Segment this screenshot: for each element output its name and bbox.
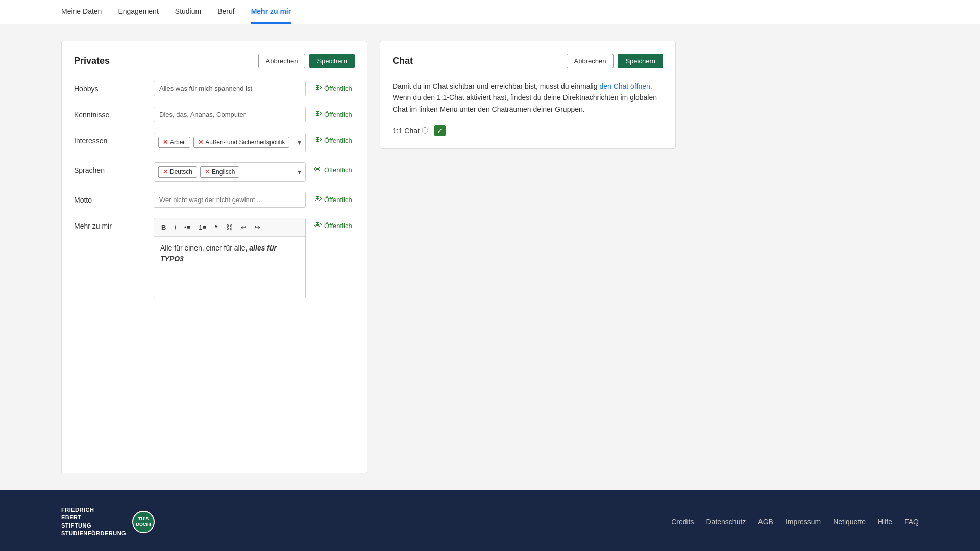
interessen-row: Interessen ✕ Arbeit ✕ Außen- und Sicherh…	[74, 133, 355, 152]
interessen-tags-container[interactable]: ✕ Arbeit ✕ Außen- und Sicherheitspolitik…	[154, 133, 306, 152]
hobbys-visibility-label: Öffentlich	[324, 85, 352, 92]
mehr-zu-mir-label: Mehr zu mir	[74, 218, 145, 230]
motto-visibility: 👁 Öffentlich	[314, 192, 355, 204]
mehr-zu-mir-field: B I •≡ 1≡ ❝ ⛓ ↩ ↪ Alle für einen, einer …	[154, 218, 306, 298]
kenntnisse-field	[154, 107, 306, 122]
footer: FRIEDRICH EBERT STIFTUNG STUDIENFÖRDERUN…	[0, 490, 980, 551]
interessen-field: ✕ Arbeit ✕ Außen- und Sicherheitspolitik…	[154, 133, 306, 152]
unordered-list-button[interactable]: •≡	[181, 221, 193, 233]
tag-aussenpolitik-label: Außen- und Sicherheitspolitik	[205, 139, 285, 146]
tag-englisch-label: Englisch	[212, 168, 235, 176]
hobbys-field	[154, 81, 306, 96]
sprachen-tags-container[interactable]: ✕ Deutsch ✕ Englisch ▾	[154, 162, 306, 182]
chat-actions: Abbrechen Speichern	[567, 54, 663, 68]
chat-title: Chat	[393, 56, 413, 66]
mehr-zu-mir-visibility-label: Öffentlich	[324, 222, 352, 230]
redo-button[interactable]: ↪	[252, 221, 263, 233]
hobbys-row: Hobbys 👁 Öffentlich	[74, 81, 355, 96]
chat-1on1-row: 1:1 Chat ⓘ ✓	[393, 125, 663, 136]
tag-englisch-remove[interactable]: ✕	[205, 168, 210, 176]
privates-cancel-button[interactable]: Abbrechen	[258, 54, 306, 68]
interessen-dropdown-arrow[interactable]: ▾	[298, 138, 301, 146]
sprachen-field: ✕ Deutsch ✕ Englisch ▾	[154, 162, 306, 182]
chat-header: Chat Abbrechen Speichern	[393, 54, 663, 68]
motto-visibility-label: Öffentlich	[324, 196, 352, 204]
footer-link-credits[interactable]: Credits	[671, 518, 694, 526]
tag-aussenpolitik: ✕ Außen- und Sicherheitspolitik	[193, 137, 289, 148]
interessen-visibility: 👁 Öffentlich	[314, 133, 355, 145]
tag-arbeit-label: Arbeit	[170, 139, 186, 146]
ordered-list-button[interactable]: 1≡	[195, 221, 209, 233]
motto-input[interactable]	[154, 192, 306, 208]
editor-content-normal: Alle für einen, einer für alle,	[160, 244, 249, 252]
tag-deutsch-label: Deutsch	[170, 168, 192, 176]
chat-save-button[interactable]: Speichern	[618, 54, 663, 68]
quote-button[interactable]: ❝	[211, 221, 221, 233]
kenntnisse-input[interactable]	[154, 107, 306, 122]
editor-toolbar: B I •≡ 1≡ ❝ ⛓ ↩ ↪	[154, 218, 305, 237]
chat-desc-part1: Damit du im Chat sichtbar und erreichbar…	[393, 82, 599, 90]
sprachen-visibility: 👁 Öffentlich	[314, 162, 355, 174]
kenntnisse-label: Kenntnisse	[74, 107, 145, 119]
main-content: Privates Abbrechen Speichern Hobbys 👁 Öf…	[0, 24, 980, 490]
link-button[interactable]: ⛓	[223, 221, 236, 233]
logo-badge: TU'S DOCH!	[132, 511, 155, 533]
nav-mehr-zu-mir[interactable]: Mehr zu mir	[251, 0, 291, 24]
footer-link-faq[interactable]: FAQ	[904, 518, 919, 526]
chat-1on1-label: 1:1 Chat ⓘ	[393, 126, 428, 135]
privates-save-button[interactable]: Speichern	[309, 54, 355, 68]
kenntnisse-eye-icon: 👁	[314, 110, 322, 119]
nav-engagement[interactable]: Engagement	[118, 0, 158, 24]
logo-text-block: FRIEDRICH EBERT STIFTUNG STUDIENFÖRDERUN…	[61, 506, 126, 538]
sprachen-row: Sprachen ✕ Deutsch ✕ Englisch ▾ 👁 Öffent…	[74, 162, 355, 182]
privates-title: Privates	[74, 56, 110, 66]
chat-open-link[interactable]: den Chat öffnen	[599, 82, 650, 90]
undo-button[interactable]: ↩	[238, 221, 250, 233]
motto-row: Motto 👁 Öffentlich	[74, 192, 355, 208]
tag-arbeit: ✕ Arbeit	[158, 137, 190, 148]
editor-body[interactable]: Alle für einen, einer für alle, alles fü…	[154, 237, 305, 298]
rich-text-editor: B I •≡ 1≡ ❝ ⛓ ↩ ↪ Alle für einen, einer …	[154, 218, 306, 298]
motto-label: Motto	[74, 192, 145, 204]
footer-link-hilfe[interactable]: Hilfe	[878, 518, 892, 526]
mehr-zu-mir-visibility: 👁 Öffentlich	[314, 218, 355, 230]
motto-field	[154, 192, 306, 208]
tag-deutsch: ✕ Deutsch	[158, 166, 197, 178]
chat-1on1-checkbox[interactable]: ✓	[434, 125, 446, 136]
chat-cancel-button[interactable]: Abbrechen	[567, 54, 614, 68]
footer-link-netiquette[interactable]: Netiquette	[833, 518, 866, 526]
hobbys-visibility: 👁 Öffentlich	[314, 81, 355, 93]
footer-link-agb[interactable]: AGB	[758, 518, 773, 526]
hobbys-input[interactable]	[154, 81, 306, 96]
footer-links: Credits Datenschutz AGB Impressum Netiqu…	[671, 518, 919, 526]
kenntnisse-row: Kenntnisse 👁 Öffentlich	[74, 107, 355, 122]
info-icon[interactable]: ⓘ	[422, 126, 428, 135]
tag-deutsch-remove[interactable]: ✕	[163, 168, 168, 176]
footer-link-impressum[interactable]: Impressum	[786, 518, 821, 526]
sprachen-visibility-label: Öffentlich	[324, 166, 352, 174]
nav-meine-daten[interactable]: Meine Daten	[61, 0, 102, 24]
interessen-eye-icon: 👁	[314, 136, 322, 145]
sprachen-eye-icon: 👁	[314, 165, 322, 174]
italic-button[interactable]: I	[171, 221, 179, 233]
interessen-label: Interessen	[74, 133, 145, 145]
footer-link-datenschutz[interactable]: Datenschutz	[706, 518, 746, 526]
tag-englisch: ✕ Englisch	[200, 166, 239, 178]
mehr-zu-mir-row: Mehr zu mir B I •≡ 1≡ ❝ ⛓ ↩ ↪ Alle für e…	[74, 218, 355, 298]
nav-studium[interactable]: Studium	[175, 0, 201, 24]
tag-arbeit-remove[interactable]: ✕	[163, 139, 168, 146]
bold-button[interactable]: B	[158, 221, 169, 233]
footer-logo: FRIEDRICH EBERT STIFTUNG STUDIENFÖRDERUN…	[61, 506, 155, 538]
sprachen-label: Sprachen	[74, 162, 145, 174]
interessen-visibility-label: Öffentlich	[324, 137, 352, 144]
logo-name: FRIEDRICH EBERT STIFTUNG STUDIENFÖRDERUN…	[61, 506, 126, 538]
sprachen-dropdown-arrow[interactable]: ▾	[298, 168, 301, 176]
tag-aussenpolitik-remove[interactable]: ✕	[198, 139, 203, 146]
motto-eye-icon: 👁	[314, 195, 322, 204]
privates-header: Privates Abbrechen Speichern	[74, 54, 355, 68]
kenntnisse-visibility: 👁 Öffentlich	[314, 107, 355, 119]
mehr-zu-mir-eye-icon: 👁	[314, 221, 322, 230]
chat-1on1-text: 1:1 Chat	[393, 127, 420, 135]
top-navigation: Meine Daten Engagement Studium Beruf Meh…	[0, 0, 980, 24]
nav-beruf[interactable]: Beruf	[217, 0, 234, 24]
